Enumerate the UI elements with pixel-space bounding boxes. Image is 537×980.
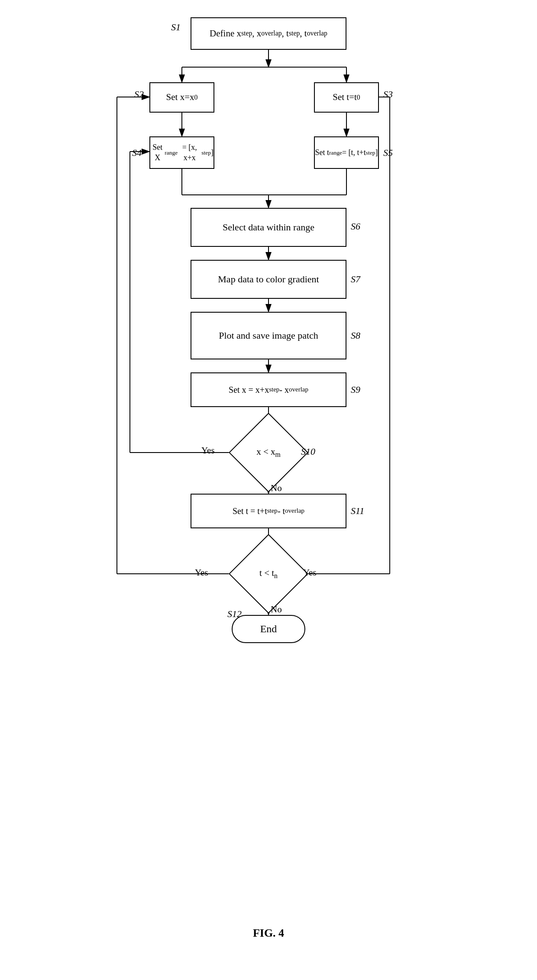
s1-box: Define xstep, xoverlap, tstep, toverlap <box>191 17 346 50</box>
s2-box: Set x=x0 <box>149 82 214 113</box>
s7-box: Map data to color gradient <box>191 260 346 299</box>
s3-label: S3 <box>383 89 393 100</box>
s12-no-label: No <box>271 604 282 615</box>
s10-no-label: No <box>271 483 282 494</box>
s11-label: S11 <box>351 505 364 517</box>
s1-label: S1 <box>171 22 181 33</box>
figure-caption: FIG. 4 <box>253 927 284 940</box>
s10-diamond: x < xm <box>240 424 297 481</box>
end-oval: End <box>232 615 305 643</box>
s12-diamond: t < tn <box>240 546 297 602</box>
s12-yes-left-label: Yes <box>195 567 208 578</box>
s10-yes-label: Yes <box>201 445 215 456</box>
s10-label: S10 <box>301 446 315 457</box>
flowchart: Define xstep, xoverlap, tstep, toverlap … <box>104 9 433 918</box>
s2-label: S2 <box>134 89 144 100</box>
s9-label: S9 <box>351 384 360 395</box>
s6-box: Select data within range <box>191 208 346 247</box>
s5-box: Set trange = [t, t+tstep] <box>314 136 379 169</box>
s11-box: Set t = t+tstep - toverlap <box>191 494 346 528</box>
s6-label: S6 <box>351 221 360 232</box>
s8-box: Plot and save image patch <box>191 312 346 359</box>
s4-label: S4 <box>132 147 142 158</box>
s4-box: Set Xrange = [x, x+xstep] <box>149 136 214 169</box>
s9-box: Set x = x+xstep - xoverlap <box>191 372 346 407</box>
s7-label: S7 <box>351 274 360 285</box>
s5-label: S5 <box>383 147 393 158</box>
s8-label: S8 <box>351 330 360 341</box>
s3-box: Set t=t0 <box>314 82 379 113</box>
s12-yes-right-label: Yes <box>303 567 317 578</box>
